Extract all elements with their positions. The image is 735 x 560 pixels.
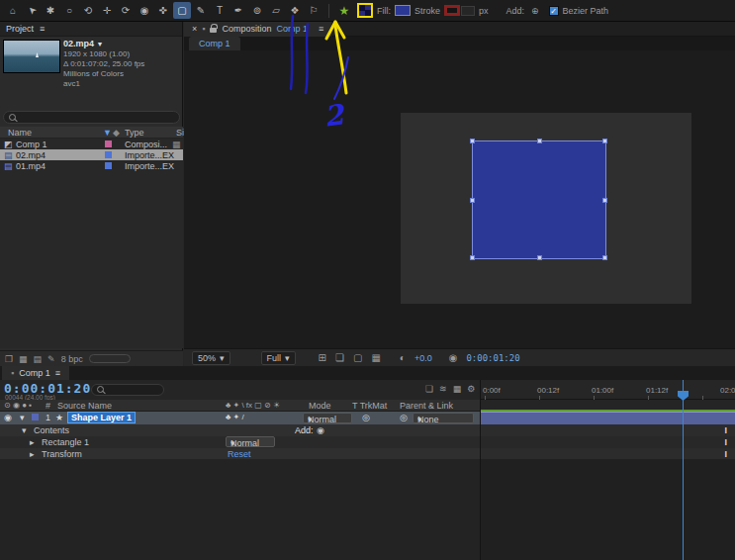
handle-top-left[interactable] bbox=[470, 139, 475, 143]
type-tool-icon[interactable]: T bbox=[211, 2, 229, 19]
viewport-timecode[interactable]: 0:00:01:20 bbox=[466, 353, 519, 363]
new-composition-icon[interactable]: ▤ bbox=[34, 354, 43, 364]
roto-brush-tool-icon[interactable]: ❖ bbox=[286, 2, 304, 19]
project-row-comp1[interactable]: ◩ Comp 1 Composi... ▦ bbox=[0, 139, 183, 149]
tool-creates-mask-icon[interactable] bbox=[357, 3, 373, 18]
bezier-path-checkbox[interactable] bbox=[549, 6, 559, 16]
parent-dropdown[interactable]: None ▾ bbox=[413, 413, 474, 423]
project-row-01mp4[interactable]: ▤ 01.mp4 Importe...EX bbox=[0, 160, 183, 171]
label-column-icon[interactable]: ◆ bbox=[113, 128, 120, 138]
resolution-dropdown[interactable]: Full ▾ bbox=[261, 351, 296, 365]
handle-bottom-right[interactable] bbox=[602, 255, 607, 260]
enable-motion-blur-icon[interactable]: ⚙ bbox=[467, 384, 475, 394]
twirl-icon[interactable]: ▾ bbox=[22, 425, 27, 435]
puppet-pin-tool-icon[interactable]: ⚐ bbox=[305, 2, 322, 19]
column-trkmat[interactable]: T TrkMat bbox=[352, 401, 387, 411]
layer-switches-icons[interactable]: ♣ ✦ / bbox=[226, 413, 244, 421]
project-row-02mp4[interactable]: ▤ 02.mp4 Importe...EX bbox=[0, 149, 183, 160]
viewer-tab-comp1[interactable]: Comp 1 bbox=[189, 37, 240, 50]
composition-viewport[interactable] bbox=[184, 50, 735, 348]
stroke-color-swatch[interactable] bbox=[444, 5, 460, 16]
tool-creates-shape-icon[interactable]: ★ bbox=[335, 2, 353, 19]
stroke-width-field[interactable] bbox=[461, 6, 475, 16]
selection-tool-icon[interactable]: ➤ bbox=[23, 2, 41, 19]
add-button-icon[interactable]: ◉ bbox=[317, 425, 324, 435]
sort-arrow-icon[interactable]: ▼ bbox=[103, 128, 112, 138]
footage-caret-icon[interactable]: ▼ bbox=[97, 41, 104, 47]
hide-shy-layers-icon[interactable]: ▦ bbox=[453, 384, 462, 394]
layer-duration-bar[interactable] bbox=[480, 412, 735, 424]
draft-3d-icon[interactable]: ≋ bbox=[439, 384, 447, 394]
handle-top-mid[interactable] bbox=[537, 139, 542, 143]
eraser-tool-icon[interactable]: ▱ bbox=[267, 2, 285, 19]
column-number[interactable]: # bbox=[46, 401, 50, 411]
project-search-input[interactable] bbox=[3, 111, 180, 124]
zoom-tool-icon[interactable]: ○ bbox=[60, 2, 78, 19]
rotation-tool-icon[interactable]: ⟳ bbox=[117, 2, 135, 19]
brush-tool-icon[interactable]: ✒ bbox=[230, 2, 247, 19]
project-bit-depth-button[interactable]: 8 bpc bbox=[61, 354, 83, 364]
exposure-icon[interactable]: ◐ bbox=[400, 352, 406, 363]
home-icon[interactable]: ⌂ bbox=[4, 2, 22, 19]
timeline-divider[interactable] bbox=[480, 380, 481, 560]
hand-tool-icon[interactable]: ✱ bbox=[42, 2, 59, 19]
zoom-dropdown[interactable]: 50% ▾ bbox=[192, 351, 230, 365]
label-color-swatch[interactable] bbox=[105, 162, 112, 169]
camera-tool-icon[interactable]: ◉ bbox=[136, 2, 153, 19]
stroke-label[interactable]: Stroke bbox=[414, 6, 440, 16]
orbit-tool-icon[interactable]: ⟲ bbox=[79, 2, 97, 19]
column-source-name[interactable]: Source Name bbox=[57, 401, 112, 411]
shape-tool-icon[interactable]: ▢ bbox=[173, 2, 191, 19]
footage-name[interactable]: 02.mp4 ▼ bbox=[63, 39, 144, 49]
pickwhip-icon[interactable]: ◎ bbox=[400, 413, 408, 422]
transform-reset-link[interactable]: Reset bbox=[228, 449, 251, 459]
layer-row-shape-layer-1[interactable]: ◉ ▾ 1 ★ Shape Layer 1 ♣ ✦ / Normal ▾ ◎ ◎… bbox=[0, 412, 480, 424]
column-size[interactable]: Si bbox=[176, 128, 184, 138]
twirl-icon[interactable]: ▸ bbox=[30, 437, 35, 447]
eye-icon[interactable]: ◉ bbox=[4, 413, 12, 422]
comp-mini-flowchart-icon[interactable]: ❏ bbox=[425, 384, 433, 394]
snapshot-camera-icon[interactable]: ◉ bbox=[449, 352, 458, 363]
adjust-icon[interactable]: ✎ bbox=[47, 354, 55, 364]
transparency-grid-icon[interactable]: ▦ bbox=[371, 352, 380, 363]
grid-guides-icon[interactable]: ⊞ bbox=[319, 352, 326, 363]
pan-behind-tool-icon[interactable]: ✜ bbox=[154, 2, 172, 19]
label-color-swatch[interactable] bbox=[105, 140, 112, 147]
composition-tab[interactable]: × ▪ Composition Comp 1 ≡ bbox=[184, 22, 331, 37]
clone-stamp-tool-icon[interactable]: ⊚ bbox=[248, 2, 266, 19]
layer-label-color[interactable] bbox=[32, 414, 39, 420]
column-mode[interactable]: Mode bbox=[309, 401, 331, 411]
project-panel-menu-icon[interactable]: ≡ bbox=[40, 24, 45, 34]
handle-bottom-mid[interactable] bbox=[537, 255, 542, 260]
footage-thumbnail[interactable] bbox=[3, 40, 60, 73]
prop-row-rectangle-1[interactable]: ▸ Rectangle 1 Normal ▾ bbox=[0, 436, 480, 448]
panel-menu-icon[interactable]: ≡ bbox=[319, 24, 323, 34]
prop-row-contents[interactable]: ▾ Contents Add: ◉ bbox=[0, 424, 480, 436]
handle-mid-right[interactable] bbox=[602, 198, 607, 203]
mask-visibility-icon[interactable]: ❏ bbox=[335, 352, 344, 363]
handle-bottom-left[interactable] bbox=[470, 255, 475, 260]
pan-camera-tool-icon[interactable]: ✛ bbox=[98, 2, 116, 19]
twirl-icon[interactable]: ▾ bbox=[20, 413, 25, 422]
timeline-tab-comp1[interactable]: ▪ Comp 1 ≡ bbox=[2, 366, 69, 380]
pen-tool-icon[interactable]: ✎ bbox=[192, 2, 210, 19]
add-button-icon[interactable]: ⊕ bbox=[531, 6, 539, 16]
panel-menu-icon[interactable]: ≡ bbox=[55, 368, 60, 378]
shape-rectangle[interactable] bbox=[472, 140, 606, 259]
column-type[interactable]: Type bbox=[125, 128, 144, 138]
region-of-interest-icon[interactable]: ▢ bbox=[353, 352, 362, 363]
handle-top-right[interactable] bbox=[602, 139, 607, 143]
rectangle-blend-mode-dropdown[interactable]: Normal ▾ bbox=[226, 436, 275, 447]
playhead-line[interactable] bbox=[683, 380, 684, 560]
label-color-swatch[interactable] bbox=[105, 151, 112, 158]
blend-mode-dropdown[interactable]: Normal ▾ bbox=[303, 413, 352, 423]
fill-color-swatch[interactable] bbox=[395, 5, 411, 16]
fill-label[interactable]: Fill: bbox=[377, 6, 391, 16]
trkmat-icon[interactable]: ◎ bbox=[362, 413, 370, 422]
lock-icon[interactable] bbox=[210, 28, 217, 33]
close-icon[interactable]: × bbox=[192, 24, 197, 34]
column-parent-link[interactable]: Parent & Link bbox=[400, 401, 453, 411]
handle-mid-left[interactable] bbox=[470, 198, 475, 203]
timeline-search-input[interactable] bbox=[91, 384, 164, 396]
interpret-footage-icon[interactable]: ❐ bbox=[5, 354, 13, 364]
